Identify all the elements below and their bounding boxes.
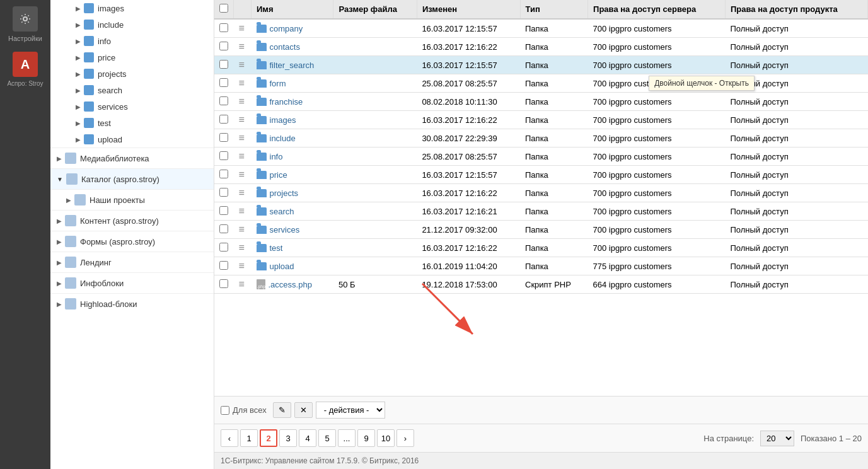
row-menu-icon[interactable]: ≡	[234, 275, 252, 294]
row-menu-icon[interactable]: ≡	[234, 74, 252, 93]
sidebar-item-price[interactable]: ▶ price	[50, 49, 214, 66]
server-rights-cell: 700 ipgpro customers	[588, 56, 726, 74]
next-page-button[interactable]: ›	[396, 429, 414, 447]
file-size-cell	[333, 93, 417, 111]
row-checkbox[interactable]	[219, 115, 228, 124]
folder-icon	[257, 262, 267, 270]
folder-link[interactable]: form	[257, 79, 328, 88]
row-checkbox[interactable]	[219, 78, 228, 87]
sidebar-item-test[interactable]: ▶ test	[50, 115, 214, 131]
sidebar-item-upload[interactable]: ▶ upload	[50, 131, 214, 148]
page-3-button[interactable]: 3	[279, 429, 297, 447]
nav-item-label: search	[98, 86, 122, 95]
row-menu-icon[interactable]: ≡	[234, 19, 252, 38]
folder-link[interactable]: contacts	[257, 42, 328, 52]
row-checkbox[interactable]	[219, 243, 228, 252]
col-size: Размер файла	[333, 0, 417, 19]
folder-link[interactable]: info	[257, 152, 328, 161]
sidebar-subsection-projects[interactable]: ▶ Наши проекты	[50, 189, 214, 210]
row-menu-icon[interactable]: ≡	[234, 166, 252, 184]
folder-icon	[257, 61, 267, 69]
sidebar-section-highload[interactable]: ▶ Highload-блоки	[50, 293, 214, 314]
sidebar-item-images[interactable]: ▶ images	[50, 0, 214, 16]
row-menu-icon[interactable]: ≡	[234, 184, 252, 202]
folder-link[interactable]: services	[257, 225, 328, 234]
page-9-button[interactable]: 9	[357, 429, 375, 447]
row-checkbox[interactable]	[219, 151, 228, 160]
edit-button[interactable]: ✎	[273, 402, 291, 418]
sidebar-item-include[interactable]: ▶ include	[50, 16, 214, 33]
page-1-button[interactable]: 1	[240, 429, 258, 447]
page-10-button[interactable]: 10	[377, 429, 395, 447]
sidebar-item-search[interactable]: ▶ search	[50, 82, 214, 98]
row-checkbox[interactable]	[219, 42, 228, 50]
file-link[interactable]: .access.php	[257, 279, 328, 289]
product-rights-cell: Полный доступ	[725, 19, 867, 38]
arrow-icon: ▶	[76, 103, 81, 110]
row-checkbox[interactable]	[219, 261, 228, 270]
sidebar-item-projects[interactable]: ▶ projects	[50, 66, 214, 82]
sidebar-section-landing[interactable]: ▶ Лендинг	[50, 252, 214, 272]
file-table: Имя Размер файла Изменен Тип Права на до…	[214, 0, 868, 396]
footer-text: 1С-Битрикс: Управление сайтом 17.5.9. © …	[221, 456, 419, 465]
sidebar-section-catalog[interactable]: ▼ Каталог (aspro.stroy)	[50, 168, 214, 189]
folder-link[interactable]: search	[257, 207, 328, 216]
row-menu-icon[interactable]: ≡	[234, 148, 252, 166]
sidebar-section-infoblocks[interactable]: ▶ Инфоблоки	[50, 272, 214, 293]
row-menu-icon[interactable]: ≡	[234, 93, 252, 111]
row-checkbox[interactable]	[219, 170, 228, 178]
folder-link[interactable]: price	[257, 170, 328, 180]
row-menu-icon[interactable]: ≡	[234, 129, 252, 148]
row-checkbox[interactable]	[219, 206, 228, 215]
page-ellipsis[interactable]: ...	[338, 429, 356, 447]
row-menu-icon[interactable]: ≡	[234, 56, 252, 74]
folder-link[interactable]: images	[257, 115, 328, 125]
section-icon	[65, 257, 76, 268]
bulk-action-select[interactable]: - действия -	[316, 402, 385, 419]
row-checkbox[interactable]	[219, 96, 228, 105]
folder-link[interactable]: filter_search	[257, 61, 328, 70]
delete-button[interactable]: ✕	[294, 402, 313, 418]
file-name-cell: projects	[252, 184, 333, 202]
folder-icon	[257, 116, 267, 124]
folder-icon	[257, 79, 267, 88]
row-checkbox[interactable]	[219, 279, 228, 288]
row-menu-icon[interactable]: ≡	[234, 202, 252, 221]
settings-button[interactable]	[13, 6, 38, 32]
row-menu-icon[interactable]: ≡	[234, 221, 252, 239]
nav-item-label: upload	[98, 135, 122, 144]
row-menu-icon[interactable]: ≡	[234, 239, 252, 257]
folder-icon	[84, 101, 94, 112]
folder-link[interactable]: test	[257, 243, 328, 253]
folder-link[interactable]: projects	[257, 188, 328, 198]
col-menu	[234, 0, 252, 19]
row-checkbox[interactable]	[219, 224, 228, 233]
file-modified-cell: 16.03.2017 12:15:57	[417, 19, 520, 38]
sidebar-section-forms[interactable]: ▶ Формы (aspro.stroy)	[50, 231, 214, 252]
row-checkbox[interactable]	[219, 60, 228, 69]
page-5-button[interactable]: 5	[318, 429, 336, 447]
folder-link[interactable]: include	[257, 134, 328, 143]
row-menu-icon[interactable]: ≡	[234, 257, 252, 275]
per-page-select[interactable]: 20 50 100	[760, 431, 794, 446]
page-4-button[interactable]: 4	[299, 429, 316, 447]
sidebar-section-content[interactable]: ▶ Контент (aspro.stroy)	[50, 210, 214, 231]
row-checkbox[interactable]	[219, 23, 228, 32]
file-name-cell: franchise	[252, 93, 333, 111]
sidebar-section-media[interactable]: ▶ Медиабиблиотека	[50, 148, 214, 168]
sidebar-item-services[interactable]: ▶ services	[50, 98, 214, 115]
folder-link[interactable]: upload	[257, 262, 328, 271]
folder-link[interactable]: franchise	[257, 97, 328, 107]
row-menu-icon[interactable]: ≡	[234, 111, 252, 129]
sidebar-item-info[interactable]: ▶ info	[50, 33, 214, 49]
row-checkbox[interactable]	[219, 188, 228, 197]
bulk-select-checkbox[interactable]	[221, 406, 229, 415]
select-all-checkbox[interactable]	[219, 4, 228, 13]
row-checkbox[interactable]	[219, 133, 228, 142]
page-2-button[interactable]: 2	[260, 429, 277, 447]
prev-page-button[interactable]: ‹	[221, 429, 238, 447]
file-name-cell: upload	[252, 257, 333, 275]
folder-link[interactable]: company	[257, 24, 328, 33]
row-menu-icon[interactable]: ≡	[234, 38, 252, 56]
table-row: ≡ images 16.03.2017 12:16:22Папка700 ipg…	[214, 111, 868, 129]
